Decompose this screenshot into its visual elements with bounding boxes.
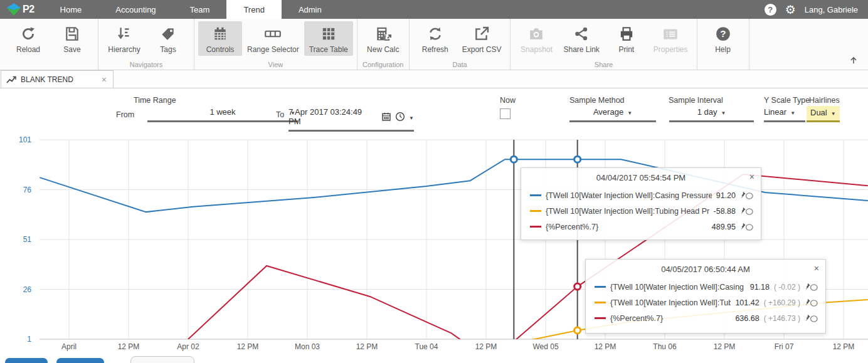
top-nav-right: ? ⚙ Lang, Gabriele bbox=[765, 0, 868, 19]
trace-color-dash bbox=[530, 226, 541, 228]
pin-tooltip-icon[interactable] bbox=[740, 223, 753, 231]
pin-tooltip-icon[interactable] bbox=[740, 191, 753, 200]
hairlines-dropdown[interactable]: Dual bbox=[807, 106, 840, 122]
print-icon bbox=[618, 24, 635, 43]
trace-color-dash bbox=[530, 194, 541, 196]
trace-label: {TWell 10[Water Injection Well]:Casing P… bbox=[546, 191, 712, 200]
chevron-down-icon bbox=[831, 108, 836, 117]
ribbon-toolbar: Reload Save Hierarchy Tags bbox=[0, 19, 868, 70]
x-tick-label: 12 PM bbox=[237, 342, 259, 351]
clock-icon[interactable] bbox=[395, 112, 405, 122]
new-calc-button[interactable]: New Calc bbox=[361, 21, 405, 56]
save-button[interactable]: Save bbox=[50, 21, 94, 56]
p2-logo-icon bbox=[6, 3, 21, 17]
tooltip-trace-row: {TWell 10[Water Injection Well]:Casing P… bbox=[530, 187, 753, 203]
y-tick-label: 1 bbox=[27, 335, 31, 344]
sample-method-dropdown[interactable]: Average bbox=[569, 107, 656, 122]
hierarchy-icon bbox=[116, 24, 132, 43]
nav-item-trend[interactable]: Trend bbox=[226, 0, 281, 19]
trace-delta: ( -0.02 ) bbox=[774, 283, 800, 292]
nav-item-home[interactable]: Home bbox=[43, 0, 99, 19]
from-range-dropdown[interactable]: 1 week bbox=[147, 107, 298, 122]
nav-item-admin[interactable]: Admin bbox=[282, 0, 339, 19]
trace-label: {TWell 10[Water Injection Well]:Tubing H… bbox=[546, 207, 709, 216]
from-value: 1 week bbox=[209, 107, 235, 117]
new-calc-icon bbox=[374, 24, 392, 43]
save-icon bbox=[64, 24, 80, 43]
trend-controls: Time Range From 1 week To 7 Apr 2017 03:… bbox=[0, 91, 868, 129]
share-link-button[interactable]: Share Link bbox=[558, 21, 604, 56]
tab-blank-trend[interactable]: BLANK TREND bbox=[1, 70, 114, 88]
hairline-marker bbox=[574, 156, 581, 162]
share-link-icon bbox=[573, 24, 590, 43]
pin-tooltip-icon[interactable] bbox=[805, 314, 818, 323]
pin-tooltip-icon[interactable] bbox=[805, 298, 818, 307]
range-selector-icon bbox=[263, 24, 282, 43]
reload-button[interactable]: Reload bbox=[6, 21, 50, 56]
nav-item-team[interactable]: Team bbox=[173, 0, 227, 19]
help-icon: ? bbox=[715, 24, 731, 43]
hairline-tooltip-2[interactable]: 04/05/2017 06:50:44 AM {TWell 10[Water I… bbox=[585, 259, 826, 334]
trace-pill[interactable] bbox=[5, 358, 48, 363]
main-menu: Home Accounting Team Trend Admin bbox=[43, 0, 339, 19]
trace-value: 91.18 bbox=[750, 283, 770, 292]
settings-gear-icon[interactable]: ⚙ bbox=[785, 4, 796, 16]
trace-color-dash bbox=[595, 302, 606, 303]
help-button[interactable]: ? Help bbox=[701, 21, 745, 56]
close-icon[interactable] bbox=[814, 263, 819, 273]
x-tick-label: 12 PM bbox=[595, 342, 617, 351]
tooltip-timestamp: 04/04/2017 05:54:54 PM bbox=[521, 168, 761, 182]
trace-value: -58.88 bbox=[714, 207, 736, 216]
tags-button[interactable]: Tags bbox=[146, 21, 190, 56]
tab-close-icon[interactable] bbox=[102, 75, 107, 85]
close-icon[interactable] bbox=[749, 172, 754, 182]
range-selector-button[interactable]: Range Selector bbox=[242, 21, 304, 56]
pin-tooltip-icon[interactable] bbox=[805, 283, 818, 292]
hierarchy-button[interactable]: Hierarchy bbox=[102, 21, 146, 56]
hairline-marker bbox=[574, 283, 581, 290]
hairline-marker bbox=[574, 327, 581, 334]
x-tick-label: 12 PM bbox=[833, 342, 855, 351]
collapse-ribbon-icon[interactable] bbox=[849, 56, 858, 65]
tooltip-trace-row: {%Percent%.7}489.95 bbox=[530, 219, 753, 234]
now-checkbox[interactable] bbox=[500, 108, 511, 119]
y-scale-type-dropdown[interactable]: Linear bbox=[764, 107, 805, 122]
chevron-down-icon bbox=[627, 107, 632, 117]
x-tick-label: 12 PM bbox=[356, 342, 378, 351]
global-help-icon[interactable]: ? bbox=[765, 4, 776, 16]
ribbon-group-caption: View bbox=[194, 61, 357, 68]
p2-logo: P2 bbox=[0, 0, 43, 19]
properties-button: Properties bbox=[648, 21, 693, 56]
top-nav: P2 Home Accounting Team Trend Admin ? ⚙ … bbox=[0, 0, 868, 19]
refresh-button[interactable]: Refresh bbox=[413, 21, 457, 56]
controls-calendar-icon bbox=[212, 24, 228, 43]
x-tick-label: Fri 07 bbox=[775, 342, 794, 351]
nav-item-accounting[interactable]: Accounting bbox=[98, 0, 172, 19]
export-csv-button[interactable]: Export CSV bbox=[457, 21, 507, 56]
y-tick-label: 76 bbox=[23, 186, 32, 194]
user-name[interactable]: Lang, Gabriele bbox=[805, 5, 858, 14]
controls-button[interactable]: Controls bbox=[198, 21, 242, 56]
print-button[interactable]: Print bbox=[605, 21, 648, 56]
trace-delta: ( +146.73 ) bbox=[764, 314, 800, 323]
trace-pill[interactable] bbox=[56, 358, 104, 363]
snapshot-button: Snapshot bbox=[514, 21, 558, 56]
calendar-icon[interactable] bbox=[381, 112, 391, 122]
sample-interval-dropdown[interactable]: 1 day bbox=[669, 107, 754, 122]
trace-table-icon bbox=[320, 24, 337, 43]
refresh-icon bbox=[427, 24, 443, 43]
trace-table-button[interactable]: Trace Table bbox=[304, 21, 353, 56]
reload-icon bbox=[20, 24, 36, 43]
x-tick-label: Thu 06 bbox=[653, 342, 677, 351]
trace-label: {%Percent%.7} bbox=[610, 314, 731, 323]
pin-tooltip-icon[interactable] bbox=[740, 207, 753, 216]
trace-color-dash bbox=[595, 286, 606, 288]
ribbon-group-caption: Share bbox=[511, 61, 696, 68]
sample-method-value: Average bbox=[593, 107, 623, 117]
trace-value: 489.95 bbox=[712, 223, 736, 231]
hairline-tooltip-1[interactable]: 04/04/2017 05:54:54 PM {TWell 10[Water I… bbox=[521, 167, 761, 240]
y-scale-type-label: Y Scale Type bbox=[764, 96, 810, 105]
trace-pill[interactable] bbox=[130, 356, 194, 363]
now-label: Now bbox=[500, 96, 516, 105]
tooltip-trace-row: {%Percent%.7}636.68( +146.73 ) bbox=[595, 310, 818, 326]
